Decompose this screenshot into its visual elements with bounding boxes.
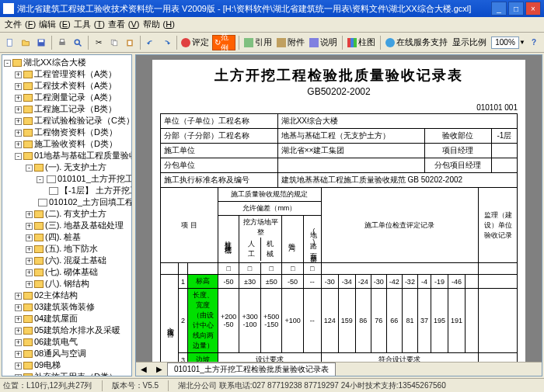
svg-rect-2 bbox=[39, 40, 44, 42]
data-row[interactable]: 2长度、宽度（由设计中心线向两边量） +200 -50+300 -100+500… bbox=[161, 289, 518, 353]
tree-item[interactable]: 010102_土方回填工程检验… bbox=[37, 196, 131, 208]
redo-icon[interactable] bbox=[159, 35, 173, 50]
status-bar: 位置：L10行,12列,共27列 版本号：V5.5 湖北分公司 联系电话:027… bbox=[0, 378, 544, 392]
tree-item[interactable]: -01地基与基础工程质量验收用表 -(一). 无支护土方 -010101_土方开… bbox=[15, 150, 131, 290]
minimize-button[interactable]: _ bbox=[491, 2, 507, 16]
form-sheet: 土方开挖工程检验批质量验收记录表 GB50202-2002 010101 001… bbox=[152, 60, 525, 376]
tree-item[interactable]: +工程技术资料（A类） bbox=[15, 80, 131, 92]
status-contact: 湖北分公司 联系电话:027 87719238 87719297 24小时技术支… bbox=[178, 380, 455, 391]
form-code: 010101 001 bbox=[160, 103, 518, 112]
form-subtitle: GB50202-2002 bbox=[160, 86, 518, 97]
menu-help[interactable]: 帮助(H) bbox=[143, 19, 175, 30]
copy-icon[interactable] bbox=[107, 35, 121, 50]
tree-item[interactable]: +补充施工用表（D类） bbox=[15, 371, 131, 376]
toolbar: ✂ 评定 ↻范例 引用 附件 说明 柱图 在线服务支持 显示比例 ▼ ? bbox=[0, 33, 544, 53]
zhutu-button[interactable]: 柱图 bbox=[346, 36, 377, 48]
menu-edit[interactable]: 编辑(E) bbox=[39, 19, 71, 30]
tree-item[interactable]: +05建筑给水排水及采暖 bbox=[15, 324, 131, 336]
paste-icon[interactable] bbox=[123, 35, 137, 50]
tree-item[interactable]: +(二). 有支护土方 bbox=[26, 208, 131, 220]
tree-item[interactable]: +(八). 钢结构 bbox=[26, 278, 131, 290]
zoom-label: 显示比例 bbox=[451, 36, 488, 48]
window-controls: _ □ × bbox=[491, 2, 541, 16]
svg-rect-4 bbox=[61, 39, 65, 42]
svg-point-5 bbox=[75, 40, 79, 44]
tree-item[interactable]: +(三). 地基及基础处理 bbox=[26, 220, 131, 231]
fanli-button[interactable]: ↻范例 bbox=[212, 35, 235, 50]
form-title: 土方开挖工程检验批质量验收记录表 bbox=[160, 66, 518, 85]
undo-icon[interactable] bbox=[144, 35, 158, 50]
svg-rect-0 bbox=[7, 39, 12, 46]
window-title: 湖北省建筑工程竣工验收技术资料统一用表 V2009版 - [H:\资料软件\湖北… bbox=[17, 3, 491, 15]
help-icon[interactable]: ? bbox=[527, 35, 541, 50]
svg-rect-10 bbox=[127, 40, 131, 44]
new-icon[interactable] bbox=[3, 35, 17, 50]
tab-next-icon[interactable]: ▶ bbox=[152, 365, 167, 373]
tree-item[interactable]: +工程施工记录（B类） bbox=[15, 103, 131, 115]
tree-item[interactable]: -(一). 无支护土方 -010101_土方开挖工程检验… 【-1层】 土方开挖… bbox=[26, 161, 131, 208]
title-bar: 湖北省建筑工程竣工验收技术资料统一用表 V2009版 - [H:\资料软件\湖北… bbox=[0, 0, 544, 17]
yinyong-button[interactable]: 引用 bbox=[242, 36, 274, 48]
tree-panel[interactable]: -湖北XX综合大楼 +工程管理资料（A类） +工程技术资料（A类） +工程测量记… bbox=[2, 54, 132, 376]
open-icon[interactable] bbox=[19, 35, 33, 50]
menu-view[interactable]: 查看(V) bbox=[108, 19, 140, 30]
menu-file[interactable]: 文件(F) bbox=[5, 19, 36, 30]
print-icon[interactable] bbox=[55, 35, 69, 50]
tree-item[interactable]: +(五). 地下防水 bbox=[26, 243, 131, 255]
online-support-button[interactable]: 在线服务支持 bbox=[384, 36, 449, 48]
status-version: 版本号：V5.5 bbox=[112, 380, 169, 391]
cell-project[interactable]: 湖北XX综合大楼 bbox=[277, 114, 517, 129]
tree-item[interactable]: -010101_土方开挖工程检验… 【-1层】 土方开挖工程… bbox=[37, 173, 131, 196]
zoom-control[interactable]: ▼ bbox=[491, 36, 525, 49]
close-button[interactable]: × bbox=[525, 2, 541, 16]
tree-root[interactable]: -湖北XX综合大楼 +工程管理资料（A类） +工程技术资料（A类） +工程测量记… bbox=[4, 57, 131, 376]
tree-item[interactable]: +(七). 砌体基础 bbox=[26, 266, 131, 278]
tree-item[interactable]: +03建筑装饰装修 bbox=[15, 301, 131, 313]
zoom-input[interactable] bbox=[491, 36, 519, 49]
tree-item[interactable]: +工程试验检验记录（C类） bbox=[15, 115, 131, 127]
svg-rect-8 bbox=[113, 40, 117, 45]
tab-prev-icon[interactable]: ◀ bbox=[136, 365, 152, 373]
menu-tools[interactable]: 工具(T) bbox=[74, 19, 105, 30]
maximize-button[interactable]: □ bbox=[508, 2, 524, 16]
tree-item[interactable]: +工程物资资料（D类） bbox=[15, 127, 131, 138]
tree-item[interactable]: +(六). 混凝土基础 bbox=[26, 255, 131, 266]
tree-item[interactable]: +施工验收资料（D类） bbox=[15, 138, 131, 150]
status-position: 位置：L10行,12列,共27列 bbox=[3, 380, 103, 391]
tree-item[interactable]: +06建筑电气 bbox=[15, 336, 131, 348]
tree-item[interactable]: +04建筑屋面 bbox=[15, 313, 131, 324]
tree-item[interactable]: +08通风与空调 bbox=[15, 348, 131, 359]
save-icon[interactable] bbox=[34, 35, 48, 50]
tree-item[interactable]: +02主体结构 bbox=[15, 290, 131, 301]
app-icon bbox=[3, 3, 14, 14]
menu-bar: 文件(F) 编辑(E) 工具(T) 查看(V) 帮助(H) bbox=[0, 17, 544, 33]
data-table: 项 目 施工质量验收规范的规定 施工单位检查评定记录 监理（建设）单位验收记录 … bbox=[160, 187, 518, 376]
document-area[interactable]: 土方开挖工程检验批质量验收记录表 GB50202-2002 010101 001… bbox=[135, 54, 542, 376]
sheet-tab[interactable]: 010101_土方开挖工程检验批质量验收记录表 bbox=[167, 363, 336, 376]
tree-leaf[interactable]: 【-1层】 土方开挖工程… bbox=[47, 185, 131, 196]
info-table: 单位（子单位）工程名称湖北XX综合大楼 分部（子分部）工程名称地基与基础工程（无… bbox=[160, 113, 518, 188]
svg-line-6 bbox=[78, 43, 81, 46]
tree-item[interactable]: +(四). 桩基 bbox=[26, 231, 131, 243]
document-tabs: ◀ ▶ 010101_土方开挖工程检验批质量验收记录表 bbox=[136, 362, 542, 376]
preview-icon[interactable] bbox=[71, 35, 85, 50]
tree-item[interactable]: +09电梯 bbox=[15, 359, 131, 371]
tree-item[interactable]: +工程测量记录（A类） bbox=[15, 92, 131, 103]
cut-icon[interactable]: ✂ bbox=[92, 35, 106, 50]
fujian-button[interactable]: 附件 bbox=[275, 36, 306, 48]
data-row[interactable]: 主控项目 1标高 -50±30±50-50-- -30-34-24-30-42-… bbox=[161, 275, 518, 289]
shuoming-button[interactable]: 说明 bbox=[308, 36, 339, 48]
tree-item[interactable]: +工程管理资料（A类） bbox=[15, 68, 131, 80]
pingding-button[interactable]: 评定 bbox=[180, 36, 211, 48]
